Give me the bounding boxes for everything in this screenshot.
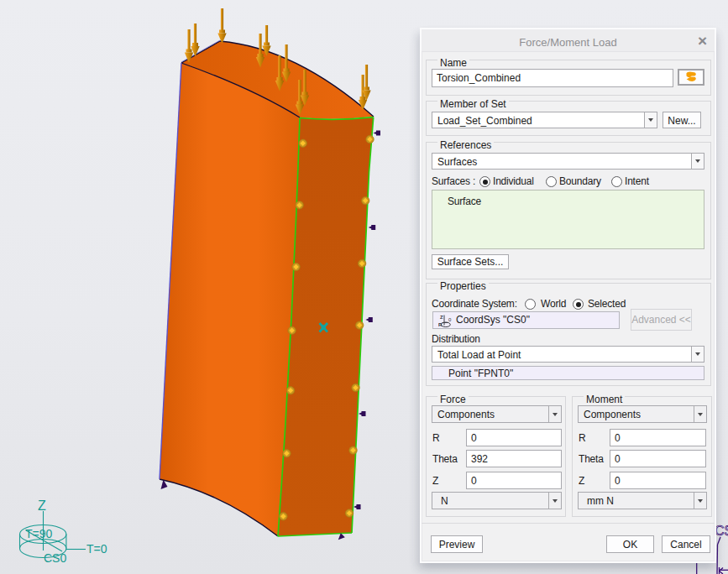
svg-text:Z: Z [38,498,46,513]
svg-text:T=90: T=90 [25,527,53,540]
svg-text:R: R [438,322,443,327]
svg-text:0: 0 [448,317,452,322]
svg-text:CS0: CS0 [44,551,66,565]
svg-text:CS0: CS0 [715,524,728,538]
svg-text:T=0: T=0 [86,542,107,556]
svg-text:Z: Z [440,315,443,320]
